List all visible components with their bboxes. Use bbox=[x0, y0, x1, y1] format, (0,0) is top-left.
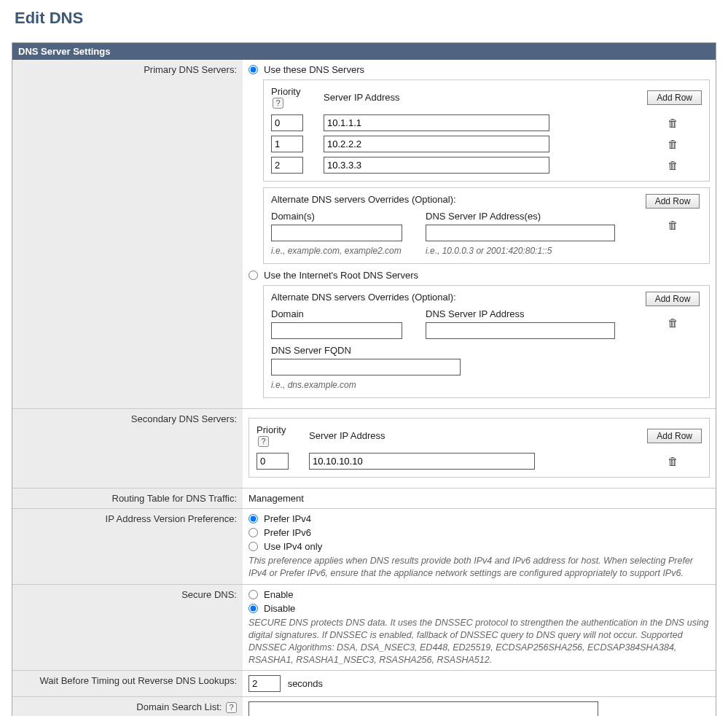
page-title: Edit DNS bbox=[15, 9, 716, 28]
radio-use-root-dns[interactable] bbox=[248, 271, 258, 280]
seconds-label: seconds bbox=[288, 678, 323, 689]
add-row-button[interactable]: Add Row bbox=[646, 194, 700, 209]
alt-override-box-2: Alternate DNS servers Overrides (Optiona… bbox=[263, 285, 710, 398]
add-row-button[interactable]: Add Row bbox=[647, 429, 702, 443]
secondary-dns-box: Priority ? Server IP Address Add Row 🗑 bbox=[248, 418, 710, 478]
alt-fqdn-input[interactable] bbox=[271, 359, 461, 375]
alt-override-box-1: Alternate DNS servers Overrides (Optiona… bbox=[263, 187, 710, 264]
label-ip-version: IP Address Version Preference: bbox=[12, 509, 243, 585]
alt-domain-input[interactable] bbox=[271, 225, 402, 241]
help-icon[interactable]: ? bbox=[273, 98, 283, 109]
alt-col-ip-label: DNS Server IP Address(es) bbox=[426, 211, 635, 222]
priority-input[interactable] bbox=[257, 453, 289, 470]
trash-icon[interactable]: 🗑 bbox=[668, 117, 678, 129]
routing-table-value: Management bbox=[243, 489, 716, 509]
alt-ip-input[interactable] bbox=[426, 225, 615, 241]
radio-secure-dns-enable[interactable] bbox=[248, 590, 258, 599]
alt-col-ip-label: DNS Server IP Address bbox=[426, 308, 635, 319]
server-ip-input[interactable] bbox=[324, 136, 549, 152]
radio-prefer-ipv6[interactable] bbox=[248, 528, 258, 537]
trash-icon[interactable]: 🗑 bbox=[668, 455, 678, 467]
domain-search-input[interactable] bbox=[248, 701, 598, 716]
alt-col-domain-label: Domain bbox=[271, 308, 417, 319]
alt-col-domain-label: Domain(s) bbox=[271, 211, 417, 222]
priority-input[interactable] bbox=[271, 157, 303, 174]
secondary-dns-row: 🗑 bbox=[257, 453, 702, 470]
trash-icon[interactable]: 🗑 bbox=[668, 316, 678, 329]
trash-icon[interactable]: 🗑 bbox=[668, 138, 678, 150]
trash-icon[interactable]: 🗑 bbox=[668, 159, 678, 171]
alt-domain-hint: i.e., example.com, example2.com bbox=[271, 246, 417, 256]
radio-use-root-dns-label: Use the Internet's Root DNS Servers bbox=[264, 270, 418, 281]
add-row-button[interactable]: Add Row bbox=[647, 90, 702, 105]
settings-table: Primary DNS Servers: Use these DNS Serve… bbox=[12, 60, 716, 716]
ip-version-note: This preference applies when DNS results… bbox=[248, 555, 710, 580]
reverse-timeout-input[interactable] bbox=[248, 675, 281, 692]
alt-override-title: Alternate DNS servers Overrides (Optiona… bbox=[271, 194, 635, 205]
radio-secure-dns-enable-label: Enable bbox=[264, 589, 293, 600]
priority-input[interactable] bbox=[271, 136, 303, 152]
label-domain-search: Domain Search List: ? bbox=[12, 697, 243, 716]
primary-dns-row: 🗑 bbox=[271, 114, 702, 131]
dns-settings-panel: DNS Server Settings Primary DNS Servers:… bbox=[12, 42, 716, 716]
help-icon[interactable]: ? bbox=[226, 702, 237, 713]
radio-prefer-ipv6-label: Prefer IPv6 bbox=[264, 527, 311, 538]
alt-ip-hint: i.e., 10.0.0.3 or 2001:420:80:1::5 bbox=[426, 246, 635, 256]
server-ip-input[interactable] bbox=[309, 453, 535, 470]
col-priority-label: Priority bbox=[271, 86, 300, 97]
radio-secure-dns-disable[interactable] bbox=[248, 604, 258, 613]
server-ip-input[interactable] bbox=[324, 157, 549, 174]
alt-ip-input[interactable] bbox=[426, 322, 615, 339]
alt-fqdn-hint: i.e., dns.example.com bbox=[271, 380, 635, 390]
radio-use-these-dns[interactable] bbox=[248, 65, 258, 74]
server-ip-input[interactable] bbox=[324, 114, 549, 131]
label-secure-dns: Secure DNS: bbox=[12, 584, 243, 671]
alt-override-title: Alternate DNS servers Overrides (Optiona… bbox=[271, 292, 635, 303]
add-row-button[interactable]: Add Row bbox=[646, 292, 700, 306]
label-primary-dns: Primary DNS Servers: bbox=[12, 60, 243, 409]
primary-dns-row: 🗑 bbox=[271, 136, 702, 152]
help-icon[interactable]: ? bbox=[258, 436, 269, 447]
primary-dns-row: 🗑 bbox=[271, 157, 702, 174]
label-reverse-timeout: Wait Before Timing out Reverse DNS Looku… bbox=[12, 671, 243, 697]
label-routing-table: Routing Table for DNS Traffic: bbox=[12, 489, 243, 509]
primary-dns-box: Priority ? Server IP Address Add Row 🗑 bbox=[263, 79, 710, 182]
radio-prefer-ipv4-label: Prefer IPv4 bbox=[264, 513, 311, 524]
panel-header: DNS Server Settings bbox=[12, 43, 716, 60]
secure-dns-note: SECURE DNS protects DNS data. It uses th… bbox=[248, 617, 710, 666]
priority-input[interactable] bbox=[271, 114, 303, 131]
alt-col-fqdn-label: DNS Server FQDN bbox=[271, 345, 635, 356]
label-secondary-dns: Secondary DNS Servers: bbox=[12, 409, 243, 489]
radio-ipv4-only-label: Use IPv4 only bbox=[264, 541, 322, 552]
trash-icon[interactable]: 🗑 bbox=[668, 219, 678, 231]
col-serverip-label: Server IP Address bbox=[324, 92, 635, 103]
col-priority-label: Priority bbox=[257, 424, 286, 435]
radio-use-these-dns-label: Use these DNS Servers bbox=[264, 64, 364, 75]
radio-secure-dns-disable-label: Disable bbox=[264, 603, 295, 614]
radio-ipv4-only[interactable] bbox=[248, 542, 258, 551]
alt-domain-input[interactable] bbox=[271, 322, 402, 339]
radio-prefer-ipv4[interactable] bbox=[248, 514, 258, 524]
col-serverip-label: Server IP Address bbox=[309, 430, 635, 441]
